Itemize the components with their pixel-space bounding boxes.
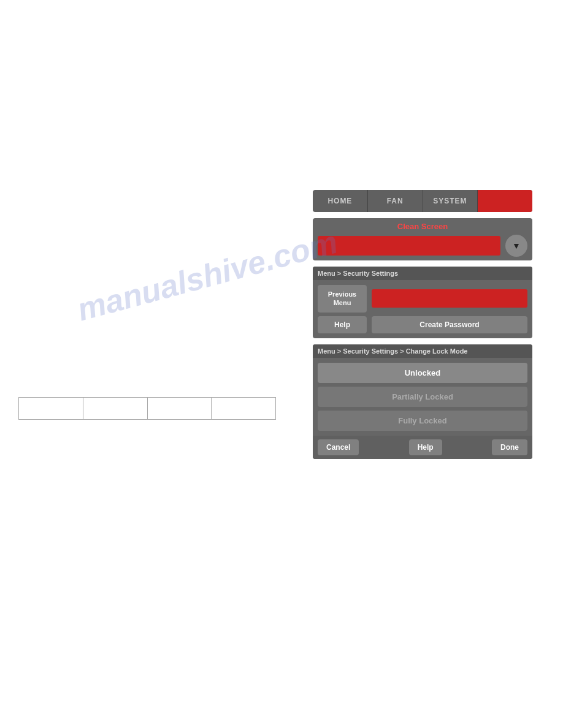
- dropdown-button[interactable]: [505, 235, 527, 257]
- cancel-button[interactable]: Cancel: [318, 439, 359, 455]
- security-row-1: Previous Menu: [318, 285, 527, 313]
- simple-table: [18, 397, 276, 420]
- security-breadcrumb: Menu > Security Settings: [313, 267, 532, 280]
- clean-screen-panel: Clean Screen: [313, 218, 532, 260]
- partially-locked-button[interactable]: Partially Locked: [318, 387, 527, 407]
- table-cell-1: [19, 398, 83, 420]
- lock-breadcrumb: Menu > Security Settings > Change Lock M…: [313, 344, 532, 358]
- security-content: Previous Menu Help Create Password: [313, 280, 532, 338]
- nav-fan[interactable]: FAN: [368, 190, 423, 212]
- lock-mode-panel: Menu > Security Settings > Change Lock M…: [313, 344, 532, 459]
- nav-extra[interactable]: [478, 190, 532, 212]
- table-cell-2: [83, 398, 147, 420]
- table-cell-3: [147, 398, 212, 420]
- clean-screen-title: Clean Screen: [318, 222, 527, 231]
- done-button[interactable]: Done: [492, 439, 527, 455]
- nav-bar: HOME FAN SYSTEM: [313, 190, 532, 212]
- security-settings-panel: Menu > Security Settings Previous Menu H…: [313, 267, 532, 338]
- clean-screen-bar: [318, 236, 500, 256]
- ui-container: HOME FAN SYSTEM Clean Screen Menu > Secu…: [313, 190, 532, 459]
- create-password-button[interactable]: Create Password: [372, 316, 527, 333]
- fully-locked-button[interactable]: Fully Locked: [318, 411, 527, 431]
- lock-panel-content: Unlocked Partially Locked Fully Locked: [313, 358, 532, 436]
- previous-menu-button[interactable]: Previous Menu: [318, 285, 367, 313]
- lock-help-button[interactable]: Help: [409, 439, 442, 455]
- table-cell-4: [212, 398, 276, 420]
- nav-system[interactable]: SYSTEM: [423, 190, 478, 212]
- unlocked-button[interactable]: Unlocked: [318, 363, 527, 383]
- watermark: manualshive.com: [74, 224, 342, 328]
- security-red-bar: [372, 289, 527, 308]
- security-row-2: Help Create Password: [318, 316, 527, 333]
- lock-panel-footer: Cancel Help Done: [313, 436, 532, 459]
- nav-home[interactable]: HOME: [313, 190, 368, 212]
- clean-screen-row: [318, 235, 527, 257]
- security-help-button[interactable]: Help: [318, 316, 367, 333]
